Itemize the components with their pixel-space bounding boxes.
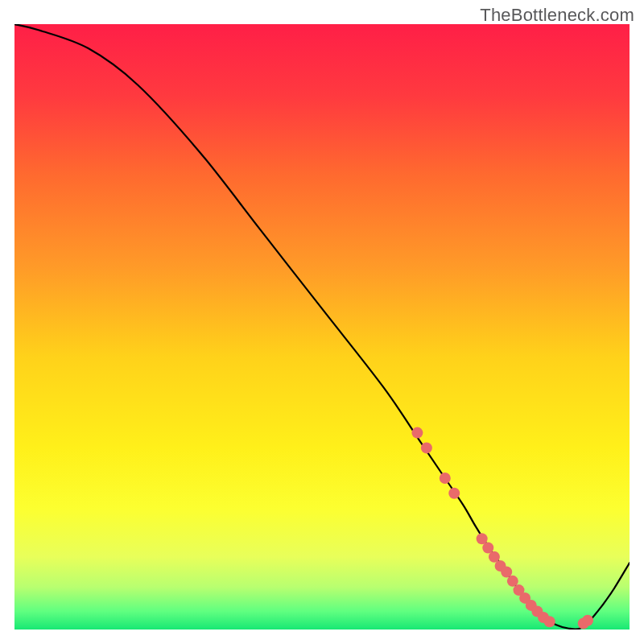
curve-marker (582, 615, 593, 626)
plot-area (14, 24, 630, 630)
curve-marker (421, 442, 432, 453)
curve-marker (448, 488, 460, 499)
curve-marker (544, 616, 555, 627)
chart-svg (14, 24, 630, 630)
watermark-text: TheBottleneck.com (480, 5, 634, 26)
chart-container: TheBottleneck.com (0, 0, 644, 644)
curve-marker (411, 427, 423, 439)
gradient-background (14, 24, 630, 630)
curve-marker (440, 473, 451, 484)
